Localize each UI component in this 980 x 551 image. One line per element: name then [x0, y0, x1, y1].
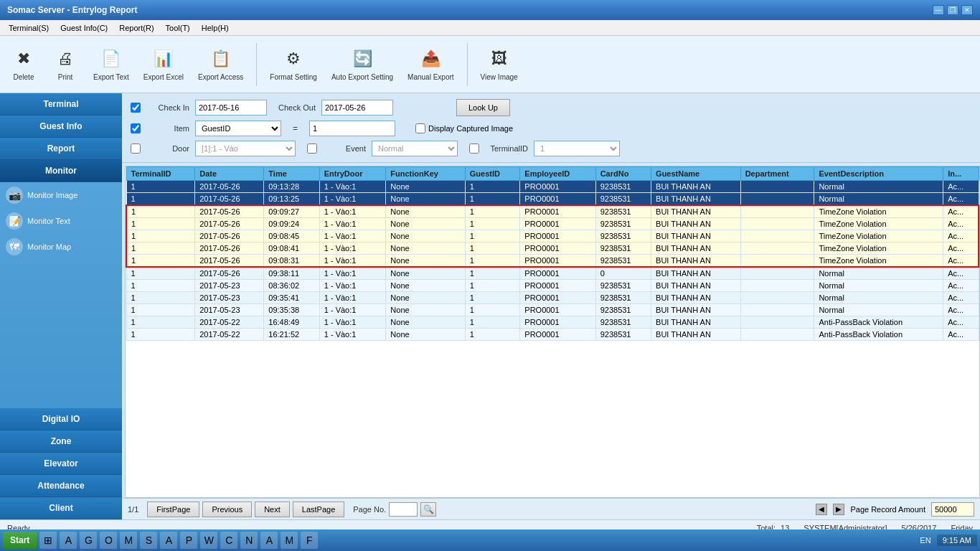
scroll-right-button[interactable]: ▶ — [833, 504, 844, 515]
minimize-button[interactable]: — — [933, 5, 944, 15]
table-wrapper[interactable]: TerminalID Date Time EntryDoor FunctionK… — [125, 166, 980, 498]
menu-help[interactable]: Help(H) — [196, 22, 235, 34]
sidebar-spacer — [0, 260, 122, 408]
taskbar-icon-8[interactable]: W — [200, 532, 217, 535]
delete-button[interactable]: ✖ Delete — [6, 44, 42, 84]
title-bar: Somac Server - Entrylog Report — ❐ ✕ — [0, 0, 980, 20]
door-select[interactable]: [1]:1 - Vào — [195, 141, 296, 156]
scroll-left-button[interactable]: ◀ — [816, 504, 827, 515]
checkout-input[interactable] — [321, 100, 393, 116]
taskbar-icon-10[interactable]: N — [240, 532, 258, 535]
taskbar-icon-4[interactable]: M — [120, 532, 137, 535]
col-department: Department — [740, 167, 814, 181]
print-button[interactable]: 🖨 Print — [47, 44, 83, 84]
table-row[interactable]: 12017-05-2609:38:111 - Vào:1None1PRO0001… — [126, 267, 979, 280]
table-row[interactable]: 12017-05-2609:08:451 - Vào:1None1PRO0001… — [126, 230, 979, 242]
export-excel-icon: 📊 — [152, 47, 175, 70]
table-row[interactable]: 12017-05-2609:08:311 - Vào:1None1PRO0001… — [126, 255, 979, 268]
taskbar-icon-13[interactable]: F — [301, 532, 318, 535]
filter-row-item: Item GuestID = Display Captured Image — [131, 121, 971, 136]
item-checkbox[interactable] — [131, 123, 141, 133]
auto-export-button[interactable]: 🔄 Auto Export Setting — [327, 44, 397, 84]
export-excel-button[interactable]: 📊 Export Excel — [139, 44, 188, 84]
table-row[interactable]: 12017-05-2609:08:411 - Vào:1None1PRO0001… — [126, 242, 979, 255]
item-select[interactable]: GuestID — [195, 121, 281, 136]
event-select[interactable]: Normal — [372, 141, 458, 156]
page-record-section: ◀ ▶ Page Record Amount — [816, 502, 974, 517]
taskbar-icon-0[interactable]: ⊞ — [39, 532, 57, 535]
page-current: 1/1 — [128, 505, 138, 514]
page-record-input[interactable] — [931, 502, 974, 517]
manual-export-icon: 📤 — [419, 47, 442, 70]
next-button[interactable]: Next — [255, 501, 290, 517]
taskbar-icon-2[interactable]: G — [80, 532, 97, 535]
data-table: TerminalID Date Time EntryDoor FunctionK… — [126, 166, 979, 341]
export-access-button[interactable]: 📋 Export Access — [194, 44, 248, 84]
start-button[interactable]: Start — [3, 532, 37, 535]
monitor-map-icon: 🗺 — [6, 238, 23, 255]
col-in: In... — [943, 167, 979, 181]
table-row[interactable]: 12017-05-2216:48:491 - Vào:1None1PRO0001… — [126, 316, 979, 329]
page-record-label: Page Record Amount — [850, 505, 925, 514]
last-page-button[interactable]: LastPage — [293, 501, 344, 517]
table-row[interactable]: 12017-05-2609:13:281 - Vào:1None1PRO0001… — [126, 181, 979, 193]
sidebar-guest-info-button[interactable]: Guest Info — [0, 116, 122, 138]
sidebar-digital-io-button[interactable]: Digital IO — [0, 408, 122, 430]
checkin-checkbox[interactable] — [131, 103, 141, 113]
menu-terminal[interactable]: Terminal(S) — [3, 22, 55, 34]
col-guestid: GuestID — [465, 167, 520, 181]
sidebar-monitor-button[interactable]: Monitor — [0, 160, 122, 182]
taskbar-icon-3[interactable]: O — [100, 532, 117, 535]
sidebar: Terminal Guest Info Report Monitor 📷 Mon… — [0, 93, 122, 519]
taskbar-right: EN 9:15 AM — [920, 534, 977, 535]
restore-button[interactable]: ❐ — [947, 5, 958, 15]
previous-button[interactable]: Previous — [202, 501, 252, 517]
terminalid-checkbox[interactable] — [469, 143, 479, 154]
taskbar-icon-11[interactable]: A — [260, 532, 278, 535]
monitor-image-icon: 📷 — [6, 187, 23, 204]
sidebar-zone-button[interactable]: Zone — [0, 430, 122, 453]
filter-panel: Check In Check Out Look Up Item GuestID … — [122, 93, 980, 163]
page-search-button[interactable]: 🔍 — [420, 502, 436, 517]
menu-guest-info[interactable]: Guest Info(C) — [55, 22, 113, 34]
table-row[interactable]: 12017-05-2609:09:241 - Vào:1None1PRO0001… — [126, 218, 979, 230]
sidebar-elevator-button[interactable]: Elevator — [0, 453, 122, 475]
menu-report[interactable]: Report(R) — [113, 22, 159, 34]
table-row[interactable]: 12017-05-2308:36:021 - Vào:1None1PRO0001… — [126, 280, 979, 292]
taskbar-icon-9[interactable]: C — [220, 532, 237, 535]
lookup-button[interactable]: Look Up — [456, 99, 510, 116]
door-checkbox[interactable] — [131, 143, 141, 154]
sidebar-item-monitor-image[interactable]: 📷 Monitor Image — [0, 182, 122, 208]
display-capture-checkbox[interactable] — [415, 123, 425, 133]
table-row[interactable]: 12017-05-2309:35:411 - Vào:1None1PRO0001… — [126, 292, 979, 304]
sidebar-terminal-button[interactable]: Terminal — [0, 93, 122, 116]
terminalid-select[interactable]: 1 — [534, 141, 620, 156]
sidebar-report-button[interactable]: Report — [0, 138, 122, 160]
format-setting-button[interactable]: ⚙ Format Setting — [265, 44, 321, 84]
first-page-button[interactable]: FirstPage — [147, 501, 199, 517]
event-checkbox[interactable] — [307, 143, 317, 154]
page-no-input[interactable] — [389, 502, 418, 517]
taskbar-icon-6[interactable]: A — [160, 532, 177, 535]
table-row[interactable]: 12017-05-2609:13:251 - Vào:1None1PRO0001… — [126, 193, 979, 206]
menu-tool[interactable]: Tool(T) — [160, 22, 196, 34]
view-image-button[interactable]: 🖼 View Image — [476, 44, 522, 84]
taskbar-icon-12[interactable]: M — [281, 532, 298, 535]
col-terminalid: TerminalID — [126, 167, 195, 181]
table-row[interactable]: 12017-05-2309:35:381 - Vào:1None1PRO0001… — [126, 304, 979, 316]
sidebar-client-button[interactable]: Client — [0, 497, 122, 519]
sidebar-item-monitor-text[interactable]: 📝 Monitor Text — [0, 208, 122, 234]
taskbar-icon-5[interactable]: S — [140, 532, 157, 535]
close-button[interactable]: ✕ — [961, 5, 973, 15]
filter-row-checkin: Check In Check Out Look Up — [131, 99, 971, 116]
sidebar-attendance-button[interactable]: Attendance — [0, 475, 122, 497]
sidebar-item-monitor-map[interactable]: 🗺 Monitor Map — [0, 234, 122, 260]
taskbar-icon-1[interactable]: A — [60, 532, 77, 535]
table-row[interactable]: 12017-05-2609:09:271 - Vào:1None1PRO0001… — [126, 205, 979, 218]
value-input[interactable] — [309, 121, 395, 136]
manual-export-button[interactable]: 📤 Manual Export — [403, 44, 458, 84]
export-text-button[interactable]: 📄 Export Text — [89, 44, 133, 84]
table-row[interactable]: 12017-05-2216:21:521 - Vào:1None1PRO0001… — [126, 329, 979, 341]
taskbar-icon-7[interactable]: P — [180, 532, 197, 535]
checkin-input[interactable] — [195, 100, 267, 116]
